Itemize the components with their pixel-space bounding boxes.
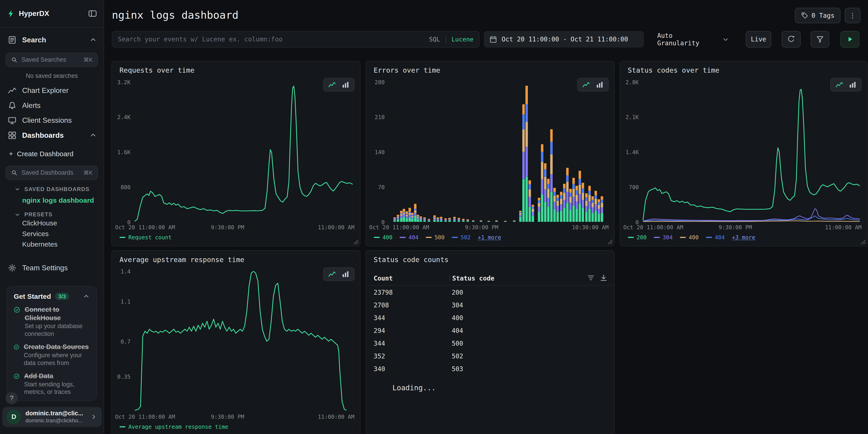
table-row[interactable]: 344400: [366, 311, 614, 324]
series-Average upstream response time: [135, 271, 347, 410]
chevron-up-icon: [89, 131, 97, 139]
sidebar-item-search[interactable]: Search: [0, 32, 103, 48]
saved-dashboards-input[interactable]: Saved Dashboards ⌘K: [5, 165, 98, 180]
legend-item[interactable]: Request count: [120, 234, 172, 241]
page-title: nginx logs dashboard: [112, 9, 239, 21]
table-row[interactable]: 23798200: [366, 286, 614, 299]
status-code-cell: 200: [452, 289, 463, 296]
table-row[interactable]: 352502: [366, 350, 614, 363]
table-row[interactable]: 2708304: [366, 299, 614, 312]
help-button[interactable]: ?: [5, 392, 18, 404]
hyperdx-logo[interactable]: HyperDX: [7, 9, 49, 18]
create-dashboard-button[interactable]: + Create Dashboard: [0, 147, 103, 160]
chart-legend: 400404500502+1 more: [374, 234, 501, 241]
collapse-sidebar-icon[interactable]: [88, 9, 97, 18]
kebab-icon: ⋮: [849, 12, 856, 19]
play-icon: [846, 35, 854, 43]
sidebar-header: HyperDX: [0, 0, 103, 28]
sidebar-item-client-sessions[interactable]: Client Sessions: [0, 113, 103, 128]
table-row[interactable]: 340503: [366, 363, 614, 375]
panel-status-code-counts: Status code counts Count ⋮ Status code 2…: [366, 250, 615, 434]
count-cell: 23798: [374, 289, 452, 296]
sidebar-item-team-settings[interactable]: Team Settings: [0, 260, 103, 276]
filter-button[interactable]: [811, 31, 830, 48]
resize-handle-icon[interactable]: [353, 239, 358, 244]
event-search-placeholder: Search your events w/ Lucene ex. column:…: [118, 35, 425, 43]
refresh-button[interactable]: [782, 31, 801, 48]
legend-item[interactable]: 404: [706, 234, 725, 241]
column-resize-handle[interactable]: ⋮: [447, 274, 453, 281]
y-axis-label: 800: [112, 185, 131, 190]
y-axis-label: 700: [620, 185, 639, 190]
count-cell: 294: [374, 327, 452, 335]
panel-title: Status code counts: [374, 256, 448, 264]
errors-chart[interactable]: [388, 82, 610, 222]
column-header-status-code[interactable]: Status code: [452, 275, 494, 282]
sidebar-item-chart-explorer[interactable]: Chart Explorer: [0, 83, 103, 98]
legend-item[interactable]: 304: [654, 234, 673, 241]
status-codes-chart[interactable]: [642, 82, 863, 222]
date-range-picker[interactable]: Oct 20 11:00:00 - Oct 21 11:00:00: [484, 31, 644, 48]
legend-dash: [628, 237, 634, 238]
y-axis-label: 1.4K: [620, 150, 639, 155]
lucene-toggle[interactable]: Lucene: [452, 36, 474, 43]
saved-dashboards-placeholder: Saved Dashboards: [22, 169, 73, 176]
chart-legend: Request count: [120, 234, 172, 241]
tags-button[interactable]: 0 Tags: [795, 8, 840, 23]
sidebar-item-clickhouse[interactable]: ClickHouse: [0, 218, 103, 228]
resize-handle-icon[interactable]: [860, 239, 866, 244]
logo-bolt-icon: [7, 9, 15, 18]
granularity-select[interactable]: Auto Granularity: [653, 31, 734, 48]
saved-searches-input[interactable]: Saved Searches ⌘K: [5, 53, 98, 67]
legend-item[interactable]: 400: [680, 234, 699, 241]
x-axis-label: Oct 20 11:00:00 AM: [369, 224, 429, 231]
get-started-header[interactable]: Get Started 3/3: [14, 292, 90, 300]
date-range-value: Oct 20 11:00:00 - Oct 21 11:00:00: [502, 35, 628, 43]
saved-dashboards-section-header[interactable]: SAVED DASHBOARDS: [0, 186, 103, 192]
get-started-step-sources[interactable]: Create Data SourcesConfigure where your …: [14, 343, 90, 367]
table-row[interactable]: 294404: [366, 324, 614, 337]
live-button[interactable]: Live: [746, 31, 771, 48]
sidebar-item-dashboards[interactable]: Dashboards: [0, 128, 103, 143]
legend-item[interactable]: 500: [426, 234, 445, 241]
sidebar-item-services[interactable]: Services: [0, 228, 103, 239]
user-menu[interactable]: D dominic.tran@clic... dominic.tran@clic…: [2, 407, 102, 427]
series-200: [643, 89, 860, 220]
legend-item[interactable]: Average upstream response time: [120, 424, 228, 430]
count-cell: 2708: [374, 302, 452, 309]
table-row[interactable]: 344500: [366, 337, 614, 350]
check-circle-icon: [14, 372, 20, 381]
legend-item[interactable]: +3 more: [732, 234, 755, 241]
sidebar-item-alerts[interactable]: Alerts: [0, 98, 103, 113]
column-header-count[interactable]: Count: [374, 275, 393, 282]
sql-toggle[interactable]: SQL: [429, 36, 440, 43]
resize-handle-icon[interactable]: [607, 239, 612, 244]
x-axis-label: Oct 20 11:00:00 AM: [623, 224, 683, 231]
chevron-right-icon: [90, 413, 97, 421]
requests-chart[interactable]: [134, 82, 355, 222]
more-menu-button[interactable]: ⋮: [845, 8, 860, 23]
check-circle-icon: [14, 343, 19, 351]
legend-item[interactable]: +1 more: [478, 234, 501, 241]
legend-item[interactable]: 404: [400, 234, 418, 241]
presets-section-header[interactable]: PRESETS: [0, 211, 103, 218]
legend-item[interactable]: 502: [452, 234, 471, 241]
get-started-step-add-data[interactable]: Add DataStart sending logs, metrics, or …: [14, 372, 90, 396]
sidebar-item-kubernetes[interactable]: Kubernetes: [0, 239, 103, 249]
upstream-chart[interactable]: [134, 271, 355, 411]
sidebar-item-nginx-dashboard[interactable]: nginx logs dashboard: [0, 195, 103, 206]
x-axis: Oct 20 11:00:00 AM9:30:00 PM10:30:00 AM: [369, 224, 609, 231]
status-code-cell: 404: [452, 327, 463, 335]
run-query-button[interactable]: [840, 31, 859, 48]
y-axis-label: 1.4: [112, 269, 131, 274]
chevron-down-icon: [14, 186, 21, 192]
legend-item[interactable]: 200: [628, 234, 647, 241]
legend-dash: [400, 237, 406, 238]
event-search-input[interactable]: Search your events w/ Lucene ex. column:…: [112, 31, 479, 48]
get-started-step-connect[interactable]: Connect to ClickHouseSet up your databas…: [14, 305, 90, 338]
panel-requests-over-time: Requests over time 3.2K2.4K1.6K8000 Oct …: [111, 61, 361, 246]
x-axis-label: 10:30:00 AM: [572, 224, 609, 231]
legend-dash: [680, 237, 686, 238]
legend-item[interactable]: 400: [374, 234, 393, 241]
legend-more-link: +1 more: [478, 234, 501, 241]
